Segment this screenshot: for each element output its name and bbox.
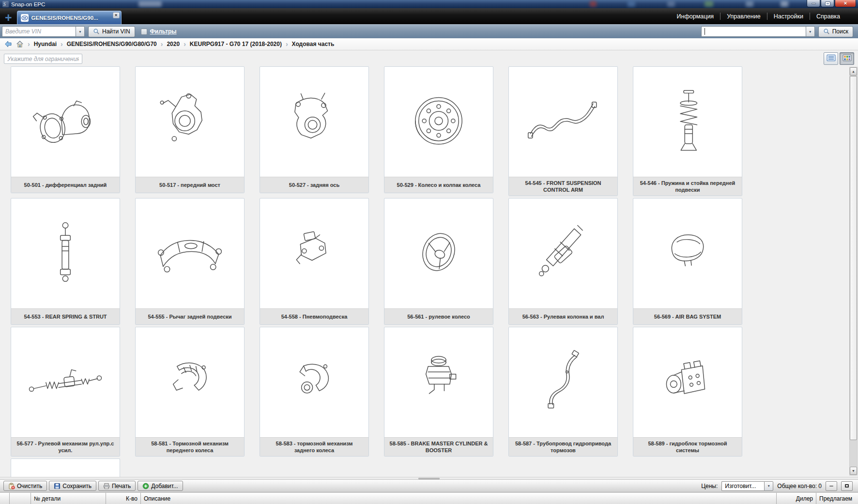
panel-minimize-button[interactable]: [826, 481, 837, 491]
differential-drawing: [11, 67, 120, 177]
part-tile[interactable]: 58-581 - Тормозной механизм переднего ко…: [135, 327, 245, 457]
steering-wheel-drawing: [384, 199, 493, 308]
view-toggle: [824, 52, 854, 65]
col-qty[interactable]: К-во: [106, 493, 141, 504]
search-button[interactable]: Поиск: [818, 26, 853, 37]
breadcrumb: › Hyundai › GENESIS/ROHENS/G90/G80/G70 ›…: [0, 38, 858, 50]
part-tile-label: 50-501 - дифференциал задний: [11, 177, 120, 193]
breadcrumb-item-model[interactable]: GENESIS/ROHENS/G90/G80/G70: [67, 41, 157, 47]
col-part-number[interactable]: № детали: [31, 493, 106, 504]
breadcrumb-item-catalog[interactable]: KEURPG917 - G70 17 (2018-2020): [190, 41, 282, 47]
find-vin-button[interactable]: Найти VIN: [88, 26, 135, 37]
breadcrumb-separator-icon: ›: [161, 41, 163, 47]
breadcrumb-item-make[interactable]: Hyundai: [34, 41, 57, 47]
window-maximize-button[interactable]: [821, 0, 834, 7]
breadcrumb-separator-icon: ›: [28, 41, 30, 47]
panel-maximize-button[interactable]: [841, 481, 853, 491]
parts-search-input[interactable]: [701, 26, 806, 37]
chevron-down-icon: ▼: [767, 484, 770, 488]
vin-dropdown-button[interactable]: ▼: [76, 26, 85, 37]
search-button-label: Поиск: [832, 28, 848, 35]
titlebar-blur-decoration: [590, 1, 597, 7]
part-tile[interactable]: 54-546 - Пружина и стойка передней подве…: [633, 66, 742, 196]
menu-settings[interactable]: Настройки: [767, 13, 810, 20]
window-minimize-button[interactable]: [807, 0, 820, 7]
part-tile[interactable]: 50-501 - дифференциал задний: [11, 66, 120, 193]
part-tile-partial[interactable]: [11, 458, 120, 477]
part-tile[interactable]: 54-545 - FRONT SUSPENSION CONTROL ARM: [508, 66, 618, 196]
app-icon: S: [2, 1, 9, 7]
part-tile[interactable]: 50-517 - передний мост: [135, 66, 245, 193]
prices-select[interactable]: Изготовит...: [721, 481, 764, 491]
part-tile[interactable]: 58-585 - BRAKE MASTER CYLINDER & BOOSTER: [384, 327, 493, 457]
part-tile-label: 54-546 - Пружина и стойка передней подве…: [633, 177, 742, 196]
front-strut-drawing: [633, 67, 742, 177]
breadcrumb-item-year[interactable]: 2020: [167, 41, 180, 47]
filters-checkbox[interactable]: [141, 29, 147, 35]
wheel-drawing: [384, 67, 493, 177]
list-view-button[interactable]: [824, 52, 838, 65]
tab-close-icon[interactable]: ✕: [113, 12, 120, 18]
part-tile-label: 58-589 - гидроблок тормозной системы: [633, 437, 742, 456]
part-tile[interactable]: 56-563 - Рулевая колонка и вал: [508, 198, 618, 325]
part-tile[interactable]: 58-589 - гидроблок тормозной системы: [633, 327, 742, 457]
parts-table-header: № детали К-во Описание Дилер Предлагаем: [0, 492, 858, 504]
scroll-down-button[interactable]: ▼: [850, 467, 857, 475]
stabilizer-bar-drawing: [509, 67, 617, 177]
window-close-button[interactable]: ✕: [835, 0, 856, 7]
part-tile[interactable]: 54-555 - Рычаг задней подвески: [135, 198, 245, 325]
part-tile[interactable]: 58-583 - тормозной механизм заднего коле…: [260, 327, 369, 457]
new-tab-button[interactable]: +: [5, 12, 12, 23]
part-tile[interactable]: 58-587 - Трубопровод гидропривода тормоз…: [508, 327, 618, 457]
prices-dropdown-button[interactable]: ▼: [764, 481, 773, 491]
grid-view-button[interactable]: [840, 52, 854, 65]
back-arrow-icon[interactable]: [4, 40, 12, 48]
menu-information[interactable]: Информация: [671, 13, 720, 20]
clear-button[interactable]: Очистить: [3, 481, 47, 491]
col-offered[interactable]: Предлагаем: [816, 493, 858, 504]
parts-list-toolbar: Очистить Сохранить Печать Добавит... Цен…: [0, 480, 858, 492]
col-dealer[interactable]: Дилер: [777, 493, 816, 504]
scroll-up-button[interactable]: ▲: [850, 67, 857, 76]
grid-view-icon: [843, 54, 852, 63]
print-button[interactable]: Печать: [98, 481, 136, 491]
save-button[interactable]: Сохранить: [49, 481, 96, 491]
part-tile[interactable]: 54-558 - Пневмоподвеска: [260, 198, 369, 325]
vin-input[interactable]: [2, 26, 76, 37]
part-tile[interactable]: 54-553 - REAR SPRING & STRUT: [11, 198, 120, 325]
filters-label[interactable]: Фильтры: [150, 28, 177, 35]
vertical-scrollbar[interactable]: ▲ ▼: [849, 67, 858, 475]
breadcrumb-item-section[interactable]: Ходовая часть: [292, 41, 335, 47]
clear-icon: [8, 483, 15, 489]
part-tile[interactable]: 50-527 - задняя ось: [260, 66, 369, 193]
content-area: 50-501 - дифференциал задний50-517 - пер…: [0, 50, 858, 477]
breadcrumb-separator-icon: ›: [184, 41, 186, 47]
menu-help[interactable]: Справка: [810, 13, 846, 20]
home-icon[interactable]: [16, 40, 24, 48]
part-tile-label: 50-527 - задняя ось: [260, 177, 368, 193]
search-dropdown-button[interactable]: ▼: [806, 26, 815, 37]
tab-genesis[interactable]: GENESIS/ROHENS/G90... ✕: [17, 11, 122, 24]
part-tile-label: 58-581 - Тормозной механизм переднего ко…: [136, 437, 244, 456]
window-title: Snap-on EPC: [11, 1, 45, 7]
part-tile[interactable]: 56-561 - рулевое колесо: [384, 198, 493, 325]
steering-column-drawing: [509, 199, 617, 308]
col-description[interactable]: Описание: [141, 493, 777, 504]
add-button[interactable]: Добавит...: [138, 481, 183, 491]
part-tile[interactable]: 50-529 - Колесо и колпак колеса: [384, 66, 493, 193]
hyundai-logo-icon: [21, 14, 29, 22]
part-tile[interactable]: 56-577 - Рулевой механизм рул.упр.с усил…: [11, 327, 120, 457]
splitter-grip-icon: [418, 478, 440, 479]
maximize-icon: [845, 484, 849, 488]
steering-rack-drawing: [11, 327, 120, 437]
menu-management[interactable]: Управление: [720, 13, 767, 20]
part-tile-label: 56-577 - Рулевой механизм рул.упр.с усил…: [11, 437, 120, 456]
col-empty-2: [10, 493, 31, 504]
front-caliper-drawing: [136, 327, 244, 437]
filter-input[interactable]: [4, 54, 82, 64]
part-tile[interactable]: 56-569 - AIR BAG SYSTEM: [633, 198, 742, 325]
find-vin-label: Найти VIN: [102, 28, 130, 35]
chevron-down-icon: ▼: [809, 30, 812, 33]
total-qty-value: 0: [818, 483, 822, 489]
scrollbar-thumb[interactable]: [850, 76, 857, 440]
